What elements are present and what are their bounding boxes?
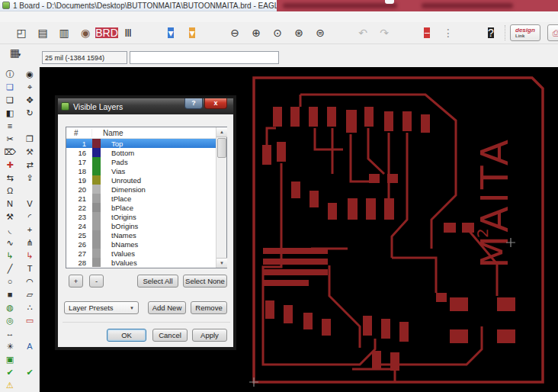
show-eye-icon[interactable]: ◉ <box>20 68 40 81</box>
command-input[interactable] <box>130 51 279 64</box>
layer-row-torigins[interactable]: 23 tOrigins <box>66 212 226 221</box>
stop-button[interactable]: − <box>418 24 436 41</box>
info-icon[interactable]: ⓘ <box>0 68 20 81</box>
miter-corner-icon[interactable]: ◟ <box>0 223 20 236</box>
zoom-in-button[interactable]: ⊕ <box>247 24 265 41</box>
layer-list-scrollbar[interactable]: ▲ ▼ <box>216 127 226 268</box>
autoroute-icon[interactable]: A <box>20 340 40 353</box>
run-status-dots[interactable]: ⋮ <box>439 24 457 41</box>
layer-row-tnames[interactable]: 25 tNames <box>66 230 226 239</box>
layer-row-vias[interactable]: 18 Vias <box>66 166 226 175</box>
move-icon[interactable]: ✥ <box>20 94 40 107</box>
group-select-icon[interactable]: ❏ <box>0 94 20 107</box>
cut-icon[interactable]: ✂ <box>0 133 20 146</box>
sch-brd-switch-button[interactable]: BRD <box>98 24 116 41</box>
lock-icon[interactable]: Ω <box>0 185 20 198</box>
optimize-icon[interactable]: + <box>20 223 40 236</box>
remove-button[interactable]: Remove <box>191 301 227 314</box>
help-button[interactable]: ? <box>482 24 500 41</box>
select-none-button[interactable]: Select None <box>183 275 227 288</box>
open-button[interactable]: ◰ <box>12 24 30 41</box>
dialog-close-button[interactable]: x <box>204 98 227 109</box>
wire-icon[interactable]: ╱ <box>0 262 20 275</box>
pinswap-icon[interactable]: ⇆ <box>0 172 20 185</box>
layer-row-dimension[interactable]: 20 Dimension <box>66 185 226 194</box>
route-icon[interactable]: ↳ <box>0 249 20 262</box>
ripup-icon[interactable]: ↳ <box>20 249 40 262</box>
scroll-up-arrow[interactable]: ▲ <box>216 127 227 137</box>
design-link-button[interactable]: designLink <box>510 24 540 41</box>
name-icon[interactable]: N <box>0 198 20 210</box>
unlock-icon[interactable]: ⇪ <box>20 172 40 185</box>
save-button[interactable]: ▤ <box>34 24 52 41</box>
remove-layer-minus-button[interactable]: - <box>89 275 104 288</box>
print-button[interactable]: ▥ <box>55 24 73 41</box>
add-part-icon[interactable]: ✚ <box>0 159 20 172</box>
ratsnest-icon[interactable]: ✳ <box>0 340 20 353</box>
arc-icon[interactable]: ◠ <box>20 275 40 288</box>
undo-button[interactable]: ↶ <box>354 24 372 41</box>
rect-icon[interactable]: ■ <box>0 288 20 301</box>
hole-icon[interactable]: ↔ <box>0 327 20 340</box>
errors-warning-icon[interactable]: ⚠ <box>0 379 20 392</box>
layer-row-top[interactable]: 1 Top <box>66 139 226 148</box>
load-brd-button[interactable]: ▾ <box>183 24 201 41</box>
add-new-button[interactable]: Add New <box>148 301 186 314</box>
layer-row-bottom[interactable]: 16 Bottom <box>66 148 226 157</box>
pad-icon[interactable]: ◎ <box>0 314 20 327</box>
smash-icon[interactable]: ⚒ <box>0 210 20 223</box>
zoom-fit-button[interactable]: ⊜ <box>311 24 329 41</box>
rotate-icon[interactable]: ↻ <box>20 107 40 120</box>
title-bar[interactable]: 1 Board - D:\Documents\Desktop\BUTTONMAI… <box>0 0 558 11</box>
layer-row-tvalues[interactable]: 27 tValues <box>66 249 226 258</box>
via-icon[interactable]: ◍ <box>0 301 20 314</box>
polygon-icon[interactable]: ▱ <box>20 288 40 301</box>
grid-button[interactable]: ▦ ▾ <box>5 45 25 60</box>
smd-icon[interactable]: ▭ <box>20 314 40 327</box>
layer-row-tplace[interactable]: 21 tPlace <box>66 194 226 203</box>
ok-button[interactable]: OK <box>107 329 146 342</box>
replace-icon[interactable]: ⇄ <box>20 159 40 172</box>
layer-row-borigins[interactable]: 24 bOrigins <box>66 221 226 230</box>
zoom-actual-button[interactable]: ⊙ <box>268 24 287 41</box>
miter-icon[interactable]: ◜ <box>20 210 40 223</box>
layer-row-bnames[interactable]: 26 bNames <box>66 239 226 249</box>
delete-icon[interactable]: ⌦ <box>0 146 20 159</box>
load-sch-button[interactable]: ▾ <box>162 24 180 41</box>
display-layers-icon[interactable]: ❏ <box>0 81 20 94</box>
scroll-down-arrow[interactable]: ▼ <box>216 258 227 268</box>
erc-check-icon[interactable]: ✔ <box>0 366 20 379</box>
add-layer-plus-button[interactable]: + <box>69 275 83 288</box>
copy-icon[interactable]: ❐ <box>20 133 40 146</box>
mark-icon[interactable]: ⌖ <box>20 81 40 94</box>
text-icon[interactable]: T <box>20 262 40 275</box>
dialog-help-button[interactable]: ? <box>184 98 203 109</box>
split-icon[interactable]: ⋔ <box>20 236 40 249</box>
zoom-out-button[interactable]: ⊖ <box>226 24 244 41</box>
circle-icon[interactable]: ○ <box>0 275 20 288</box>
layer-row-pads[interactable]: 17 Pads <box>66 157 226 166</box>
select-all-button[interactable]: Select All <box>137 275 178 288</box>
cancel-button[interactable]: Cancel <box>152 329 188 342</box>
pcb-quote-button[interactable]: ⎙ PCBQUOTE <box>547 24 558 41</box>
sep[interactable] <box>460 24 479 41</box>
sep[interactable] <box>140 24 159 41</box>
signal-icon[interactable]: ∴ <box>20 301 40 314</box>
apply-button[interactable]: Apply <box>192 329 227 342</box>
scrollbar-thumb[interactable] <box>217 138 226 158</box>
dialog-title-bar[interactable]: Visible Layers ? x <box>58 98 233 114</box>
sep[interactable] <box>396 24 415 41</box>
layer-row-bvalues[interactable]: 28 bValues <box>66 258 226 267</box>
sep[interactable] <box>204 24 223 41</box>
drc-check-icon[interactable]: ✔ <box>20 366 40 379</box>
drc-grid-icon[interactable]: ▣ <box>0 353 20 366</box>
value-icon[interactable]: V <box>20 198 40 210</box>
mirror-icon[interactable]: ◧ <box>0 107 20 120</box>
export-image-button[interactable]: ◉ <box>76 24 95 41</box>
layer-row-bplace[interactable]: 22 bPlace <box>66 203 226 212</box>
align-icon[interactable]: ≡ <box>0 120 20 133</box>
sep[interactable] <box>332 24 351 41</box>
layer-row-unrouted[interactable]: 19 Unrouted <box>66 175 226 185</box>
redo-button[interactable]: ↷ <box>375 24 393 41</box>
change-wrench-icon[interactable]: ⚒ <box>20 146 40 159</box>
